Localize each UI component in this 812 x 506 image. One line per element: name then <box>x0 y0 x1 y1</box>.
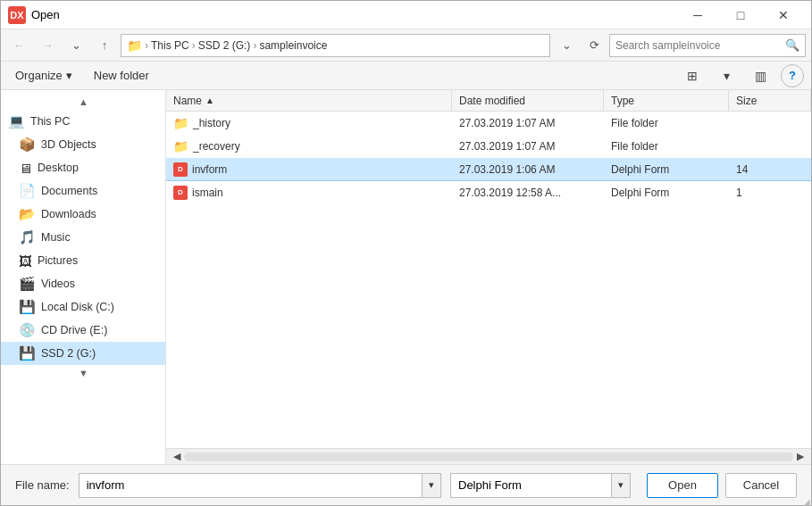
sort-arrow-name: ▲ <box>205 95 214 105</box>
file-name: ismain <box>192 187 223 199</box>
table-row[interactable]: D invform 27.03.2019 1:06 AM Delphi Form… <box>166 158 811 181</box>
breadcrumb[interactable]: 📁 › This PC › SSD 2 (G:) › sampleinvoice <box>121 34 550 57</box>
up-button[interactable]: ↑ <box>92 34 117 57</box>
help-button[interactable]: ? <box>781 64 804 87</box>
back-button[interactable]: ← <box>6 34 31 57</box>
file-cell-type: File folder <box>604 117 729 129</box>
music-icon: 🎵 <box>19 229 36 245</box>
minimize-button[interactable]: ─ <box>677 1 718 29</box>
breadcrumb-this-pc[interactable]: This PC <box>151 39 189 52</box>
column-header-type[interactable]: Type <box>604 90 729 111</box>
file-name: invform <box>192 163 227 176</box>
dialog-title: Open <box>31 8 677 21</box>
folder-icon: 📁 <box>173 116 188 130</box>
organize-button[interactable]: Organize ▾ <box>8 64 80 87</box>
file-name: _recovery <box>193 140 240 153</box>
file-name-input-wrap: ▾ <box>79 473 441 498</box>
file-name: _history <box>193 117 230 129</box>
desktop-icon: 🖥 <box>19 161 32 176</box>
ssd2-g-icon: 💾 <box>19 345 36 361</box>
sidebar-scroll-down[interactable]: ▼ <box>1 365 166 381</box>
resize-handle[interactable]: ◢ <box>803 497 812 506</box>
close-button[interactable]: ✕ <box>763 1 804 29</box>
breadcrumb-dropdown-button[interactable]: ⌄ <box>554 34 579 57</box>
view-icon-button[interactable]: ⊞ <box>679 64 706 87</box>
organize-label: Organize <box>15 69 63 82</box>
table-row[interactable]: D ismain 27.03.2019 12:58 A... Delphi Fo… <box>166 181 811 204</box>
file-area: Name ▲ Date modified Type Size 📁 <box>166 90 811 464</box>
pictures-icon: 🖼 <box>19 253 32 269</box>
sidebar-item-cd-drive-e[interactable]: 💿 CD Drive (E:) <box>1 319 165 342</box>
forward-button[interactable]: → <box>35 34 60 57</box>
column-header-size[interactable]: Size <box>729 90 811 111</box>
sidebar-item-videos[interactable]: 🎬 Videos <box>1 272 165 295</box>
sidebar-label-pictures: Pictures <box>38 254 78 267</box>
documents-icon: 📄 <box>19 183 36 199</box>
dfm-icon: D <box>173 162 188 177</box>
file-cell-date: 27.03.2019 1:07 AM <box>452 117 604 129</box>
table-row[interactable]: 📁 _history 27.03.2019 1:07 AM File folde… <box>166 112 811 135</box>
sidebar-item-pictures[interactable]: 🖼 Pictures <box>1 249 165 272</box>
breadcrumb-sampleinvoice[interactable]: sampleinvoice <box>259 39 327 52</box>
horizontal-scrollbar[interactable]: ◀ ▶ <box>166 448 811 464</box>
sidebar-item-music[interactable]: 🎵 Music <box>1 226 165 249</box>
file-type-select-wrap: Delphi Form ▾ <box>450 473 631 498</box>
pane-button[interactable]: ▥ <box>747 64 774 87</box>
bottom-actions: Open Cancel <box>647 473 797 498</box>
dfm-icon: D <box>173 186 188 200</box>
file-cell-size: 1 <box>729 187 811 199</box>
sidebar-scroll-up[interactable]: ▲ <box>1 94 166 110</box>
sidebar-label-desktop: Desktop <box>38 162 79 174</box>
title-bar: DX Open ─ □ ✕ <box>1 1 811 29</box>
column-header-date[interactable]: Date modified <box>452 90 604 111</box>
sidebar-label-cd-drive-e: CD Drive (E:) <box>41 324 107 336</box>
breadcrumb-ssd2[interactable]: SSD 2 (G:) <box>198 39 251 52</box>
search-box: 🔍 <box>609 34 806 57</box>
new-folder-button[interactable]: New folder <box>87 64 156 87</box>
local-disk-c-icon: 💾 <box>19 299 36 315</box>
sidebar-item-downloads[interactable]: 📂 Downloads <box>1 203 165 226</box>
maximize-button[interactable]: □ <box>720 1 761 29</box>
window-controls: ─ □ ✕ <box>677 1 804 29</box>
scroll-left-button[interactable]: ◀ <box>170 450 184 464</box>
cd-drive-e-icon: 💿 <box>19 322 36 338</box>
file-name-label: File name: <box>15 478 70 492</box>
sidebar-item-this-pc[interactable]: 💻 This PC <box>1 110 165 133</box>
view-arrow-button[interactable]: ▾ <box>713 64 740 87</box>
sidebar-item-desktop[interactable]: 🖥 Desktop <box>1 156 165 179</box>
this-pc-icon: 💻 <box>8 113 25 129</box>
file-type-select[interactable]: Delphi Form <box>450 473 611 498</box>
sidebar-item-ssd2-g[interactable]: 💾 SSD 2 (G:) <box>1 342 165 365</box>
file-type-dropdown-button[interactable]: ▾ <box>611 473 631 498</box>
refresh-button[interactable]: ⟳ <box>582 34 606 57</box>
3d-objects-icon: 📦 <box>19 137 36 153</box>
videos-icon: 🎬 <box>19 276 36 292</box>
sidebar-label-3d-objects: 3D Objects <box>41 138 96 151</box>
file-cell-name: D invform <box>166 162 452 177</box>
downloads-icon: 📂 <box>19 206 36 222</box>
scroll-right-button[interactable]: ▶ <box>793 450 808 464</box>
folder-icon: 📁 <box>173 139 188 153</box>
open-button[interactable]: Open <box>647 473 718 498</box>
file-cell-date: 27.03.2019 1:06 AM <box>452 163 604 176</box>
sidebar: ▲ 💻 This PC 📦 3D Objects 🖥 Desktop 📄 Doc… <box>1 90 166 464</box>
sidebar-item-3d-objects[interactable]: 📦 3D Objects <box>1 133 165 156</box>
sidebar-label-this-pc: This PC <box>30 115 70 128</box>
organize-arrow: ▾ <box>66 69 72 82</box>
sidebar-item-documents[interactable]: 📄 Documents <box>1 179 165 203</box>
file-cell-name: 📁 _recovery <box>166 139 452 153</box>
nav-dropdown-button[interactable]: ⌄ <box>63 34 88 57</box>
cancel-button[interactable]: Cancel <box>725 473 797 498</box>
file-name-input[interactable] <box>79 473 422 498</box>
file-name-dropdown-button[interactable]: ▾ <box>422 473 441 498</box>
scroll-track <box>184 452 793 461</box>
file-cell-name: 📁 _history <box>166 116 452 130</box>
sidebar-item-local-disk-c[interactable]: 💾 Local Disk (C:) <box>1 295 165 319</box>
column-header-name[interactable]: Name ▲ <box>166 90 452 111</box>
file-cell-type: File folder <box>604 140 729 153</box>
search-input[interactable] <box>615 39 785 52</box>
search-button[interactable]: 🔍 <box>785 38 799 52</box>
table-row[interactable]: 📁 _recovery 27.03.2019 1:07 AM File fold… <box>166 135 811 158</box>
sidebar-label-music: Music <box>41 231 71 244</box>
file-cell-size: 14 <box>729 163 811 176</box>
